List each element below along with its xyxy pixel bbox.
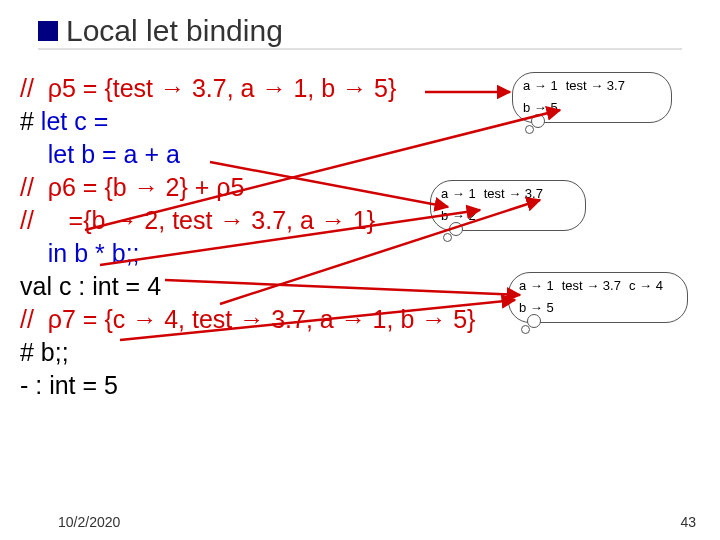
env-cloud-rho6: a → 1 test → 3.7 b → 2 xyxy=(430,180,586,231)
segment: 3.7, a xyxy=(264,305,340,333)
segment: 2, test xyxy=(137,206,219,234)
segment: = {test xyxy=(76,74,160,102)
cloud-item: b → 5 xyxy=(523,101,558,115)
cloud-item: a → 1 xyxy=(519,279,554,293)
rho5: ρ5 xyxy=(48,74,76,102)
arrow: → xyxy=(219,206,244,234)
segment: 1, b xyxy=(366,305,422,333)
result-b: - : int = 5 xyxy=(20,371,118,399)
cloud-item: c → 4 xyxy=(629,279,663,293)
segment: // ={b xyxy=(20,206,112,234)
rho6: ρ6 xyxy=(48,173,76,201)
let-b: let b = a + a xyxy=(48,140,180,168)
arrow: → xyxy=(239,305,264,333)
segment: 2} + xyxy=(159,173,217,201)
page-title: Local let binding xyxy=(66,14,283,48)
comment-slash: // xyxy=(20,305,48,333)
let-c: let c = xyxy=(41,107,108,135)
cloud-item: b → 2 xyxy=(441,209,476,223)
segment: 5} xyxy=(446,305,475,333)
code-line-9: # b;; xyxy=(20,336,700,369)
prompt: # xyxy=(20,107,41,135)
code-line-3: let b = a + a xyxy=(20,138,700,171)
prompt-b: # b;; xyxy=(20,338,69,366)
in-expr: in b * b;; xyxy=(48,239,140,267)
cloud-item: a → 1 xyxy=(523,79,558,93)
arrow: → xyxy=(160,74,185,102)
segment: 5} xyxy=(367,74,396,102)
arrow: → xyxy=(421,305,446,333)
cloud-item: a → 1 xyxy=(441,187,476,201)
indent xyxy=(20,239,48,267)
code-line-6: in b * b;; xyxy=(20,237,700,270)
segment: = {c xyxy=(76,305,132,333)
arrow: → xyxy=(112,206,137,234)
rho5: ρ5 xyxy=(216,173,244,201)
comment-slash: // xyxy=(20,74,48,102)
segment: 1} xyxy=(346,206,375,234)
footer-date: 10/2/2020 xyxy=(58,514,120,530)
segment: 1, b xyxy=(286,74,342,102)
arrow: → xyxy=(261,74,286,102)
cloud-item: test → 3.7 xyxy=(484,187,543,201)
rho7: ρ7 xyxy=(48,305,76,333)
footer-page: 43 xyxy=(680,514,696,530)
arrow: → xyxy=(134,173,159,201)
title-underline xyxy=(38,48,682,50)
segment: 4, test xyxy=(157,305,239,333)
segment: 3.7, a xyxy=(185,74,261,102)
arrow: → xyxy=(342,74,367,102)
code-line-10: - : int = 5 xyxy=(20,369,700,402)
segment: = {b xyxy=(76,173,134,201)
env-cloud-rho7: a → 1 test → 3.7 c → 4 b → 5 xyxy=(508,272,688,323)
title-bullet xyxy=(38,21,58,41)
arrow: → xyxy=(132,305,157,333)
cloud-item: test → 3.7 xyxy=(566,79,625,93)
cloud-item: b → 5 xyxy=(519,301,554,315)
title-bar: Local let binding xyxy=(38,12,682,50)
code-line-4: // ρ6 = {b → 2} + ρ5 xyxy=(20,171,700,204)
comment-slash: // xyxy=(20,173,48,201)
indent xyxy=(20,140,48,168)
arrow: → xyxy=(321,206,346,234)
result-c: val c : int = 4 xyxy=(20,272,161,300)
code-line-5: // ={b → 2, test → 3.7, a → 1} xyxy=(20,204,700,237)
segment: 3.7, a xyxy=(244,206,320,234)
cloud-item: test → 3.7 xyxy=(562,279,621,293)
env-cloud-rho5: a → 1 test → 3.7 b → 5 xyxy=(512,72,672,123)
arrow: → xyxy=(341,305,366,333)
